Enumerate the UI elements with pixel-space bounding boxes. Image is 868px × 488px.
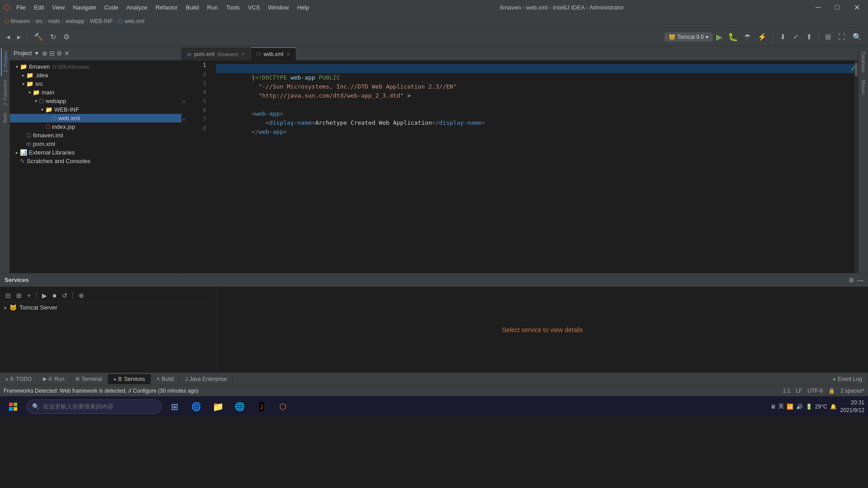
coverage-button[interactable]: ☂ [741, 31, 753, 43]
git-push-button[interactable]: ⬆ [803, 31, 815, 43]
menu-code[interactable]: Code [101, 2, 122, 13]
tab-run[interactable]: ▶ 4: Run [38, 374, 70, 384]
status-lock-icon[interactable]: 🔒 [828, 388, 835, 394]
tree-item-webinf[interactable]: ▾ 📁 WEB-INF [10, 105, 181, 114]
status-encoding[interactable]: UTF-8 [807, 388, 823, 394]
taskbar-explorer[interactable]: 📁 [209, 398, 227, 416]
menu-tools[interactable]: Tools [222, 2, 243, 13]
taskbar-edge[interactable]: 🌀 [187, 398, 205, 416]
services-settings-icon[interactable]: ⚙ [849, 277, 854, 284]
taskbar-chrome[interactable]: 🌐 [231, 398, 249, 416]
status-line-ending[interactable]: LF [796, 388, 802, 394]
menu-run[interactable]: Run [203, 2, 222, 13]
sync-button[interactable]: ↻ [47, 31, 59, 43]
sidebar-tab-database[interactable]: Database [860, 48, 867, 76]
back-button[interactable]: ◂ [4, 31, 13, 43]
debug-button[interactable]: 🐛 [726, 31, 740, 43]
tree-item-extlibs[interactable]: ▸ 📊 External Libraries [10, 148, 181, 157]
profile-button[interactable]: ⚡ [755, 31, 769, 43]
tree-item-idea[interactable]: ▸ 📁 .idea [10, 71, 181, 80]
breadcrumb-webinf[interactable]: WEB-INF [90, 18, 113, 24]
run-config-selector[interactable]: 🐱 Tomcat 9.0 ▾ [665, 33, 712, 42]
tab-services[interactable]: ● 8: Services [108, 374, 151, 384]
close-pomxml-tab[interactable]: ✕ [241, 51, 245, 57]
run-button[interactable]: ▶ [714, 31, 724, 43]
start-button[interactable] [4, 397, 23, 416]
locate-file-icon[interactable]: ⊕ [42, 50, 47, 57]
menu-navigate[interactable]: Navigate [69, 2, 99, 13]
tab-todo[interactable]: ≡ 6: TODO [0, 374, 38, 384]
sidebar-tab-web[interactable]: Web [1, 109, 9, 127]
tree-item-webapp[interactable]: ▾ ⬡ webapp [10, 97, 181, 105]
clock-display[interactable]: 20:31 2021/9/12 [840, 399, 864, 414]
close-button[interactable]: ✕ [849, 1, 864, 14]
search-bar[interactable]: 🔍 [26, 399, 162, 414]
menu-edit[interactable]: Edit [30, 2, 47, 13]
tree-item-src[interactable]: ▾ 📁 src [10, 80, 181, 88]
fold-arrow-5[interactable]: ⊖ [183, 99, 185, 104]
breadcrumb-webxml[interactable]: web.xml [124, 18, 144, 24]
sidebar-tab-project[interactable]: 1: Project [1, 48, 9, 76]
layout-button[interactable]: ⊞ [822, 31, 834, 43]
breadcrumb-6maven[interactable]: 6maven [11, 18, 30, 24]
battery-icon[interactable]: 🔋 [806, 404, 812, 410]
desktop-icon[interactable]: 🖥 [770, 404, 776, 410]
svc-restart[interactable]: ↺ [60, 291, 69, 300]
svc-add[interactable]: + [25, 291, 33, 300]
menu-refactor[interactable]: Refactor [152, 2, 181, 13]
services-minimize-icon[interactable]: — [857, 277, 863, 284]
notification-icon[interactable]: 🔔 [830, 404, 837, 410]
svc-stop[interactable]: ■ [51, 291, 58, 300]
fullscreen-button[interactable]: ⛶ [835, 31, 848, 43]
git-update-button[interactable]: ⬇ [777, 31, 788, 43]
project-settings-icon[interactable]: ⚙ [57, 50, 62, 57]
sidebar-tab-favorites[interactable]: 2: Favorites [1, 76, 9, 109]
svc-more[interactable]: ⊕ [77, 291, 86, 300]
maximize-button[interactable]: □ [830, 1, 844, 14]
tab-event-log[interactable]: ● Event Log [827, 374, 868, 384]
breadcrumb-main[interactable]: main [48, 18, 60, 24]
taskbar-intellij[interactable]: J [252, 398, 270, 416]
status-message[interactable]: Frameworks Detected: Web framework is de… [4, 388, 779, 394]
network-icon[interactable]: 📶 [787, 404, 793, 410]
tree-item-6maven[interactable]: ▾ 📁 6maven D:\IDEA\6maven [10, 62, 181, 71]
tab-terminal[interactable]: ⊞ Terminal [70, 374, 108, 384]
fold-arrow-7[interactable]: ⊖ [183, 117, 185, 122]
tree-item-main[interactable]: ▾ 📁 main [10, 88, 181, 97]
tab-java-enterprise[interactable]: J Java Enterprise [179, 374, 233, 384]
menu-file[interactable]: File [13, 2, 29, 13]
tree-item-indexjsp[interactable]: ⬡ index.jsp [10, 122, 181, 131]
breadcrumb-src[interactable]: src [36, 18, 43, 24]
svc-run[interactable]: ▶ [40, 291, 49, 300]
tab-build[interactable]: ∧ Build [151, 374, 180, 384]
tree-item-pomxml[interactable]: m pom.xml [10, 140, 181, 148]
menu-build[interactable]: Build [182, 2, 203, 13]
settings-button[interactable]: ⚙ [61, 31, 72, 43]
code-content[interactable]: |<!DOCTYPE web-app PUBLIC "-//Sun Micros… [209, 61, 854, 273]
search-input[interactable] [43, 403, 156, 410]
taskbar-app5[interactable]: ⬡ [274, 398, 292, 416]
svc-filter[interactable]: ⊞ [14, 291, 24, 300]
git-commit-button[interactable]: ✓ [790, 31, 802, 43]
forward-button[interactable]: ▸ [14, 31, 24, 43]
project-title-dropdown[interactable]: ▾ [35, 50, 38, 56]
status-indent[interactable]: 2 spaces* [840, 388, 864, 394]
tomcat-server-item[interactable]: ▸ 🐱 Tomcat Server [2, 302, 215, 313]
tree-item-iml[interactable]: ⬡ 6maven.iml [10, 131, 181, 140]
taskbar-task-view[interactable]: ⊞ [165, 398, 184, 416]
editor-tab-pomxml[interactable]: m pom.xml (6maven) ✕ [182, 47, 251, 60]
close-panel-icon[interactable]: ✕ [64, 50, 70, 57]
breadcrumb-webapp[interactable]: webapp [66, 18, 85, 24]
input-method-icon[interactable]: 英 [778, 403, 784, 410]
build-button[interactable]: 🔨 [31, 31, 46, 43]
menu-analyze[interactable]: Analyze [123, 2, 151, 13]
volume-icon[interactable]: 🔊 [796, 404, 803, 410]
sidebar-tab-maven[interactable]: Maven [860, 76, 867, 99]
minimize-button[interactable]: ─ [811, 1, 825, 14]
menu-vcs[interactable]: VCS [244, 2, 264, 13]
editor-tab-webxml[interactable]: ⬡ web.xml ✕ [251, 47, 296, 60]
status-position[interactable]: 1:1 [783, 388, 791, 394]
tree-item-webxml[interactable]: ⬡ web.xml [10, 114, 181, 122]
menu-window[interactable]: Window [264, 2, 292, 13]
tree-item-scratches[interactable]: ✎ Scratches and Consoles [10, 157, 181, 165]
